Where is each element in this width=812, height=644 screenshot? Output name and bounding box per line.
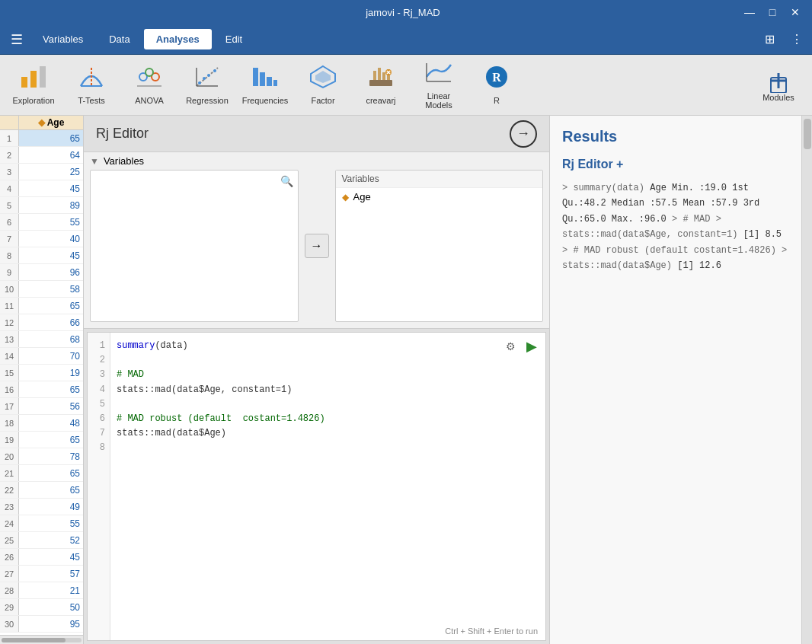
table-row[interactable]: 3 25 (0, 164, 83, 180)
table-row[interactable]: 1 65 (0, 130, 83, 147)
grid-icon-button[interactable]: ⊞ (757, 27, 782, 52)
minimize-button[interactable]: — (739, 2, 760, 23)
table-row[interactable]: 19 65 (0, 432, 83, 448)
cell-value[interactable]: 55 (19, 214, 83, 230)
table-row[interactable]: 30 95 (0, 616, 83, 633)
table-row[interactable]: 17 56 (0, 398, 83, 415)
table-row[interactable]: 28 21 (0, 582, 83, 599)
cell-value[interactable]: 65 (19, 465, 83, 481)
table-row[interactable]: 23 49 (0, 499, 83, 515)
cell-value[interactable]: 66 (19, 314, 83, 330)
menu-item-data[interactable]: Data (97, 29, 142, 49)
svg-rect-18 (267, 77, 272, 86)
close-button[interactable]: ✕ (785, 2, 806, 23)
toolbar-ttests[interactable]: T-Tests (64, 58, 119, 113)
row-number: 2 (0, 147, 19, 163)
toolbar-exploration[interactable]: Exploration (6, 58, 61, 113)
table-row[interactable]: 18 48 (0, 415, 83, 432)
table-row[interactable]: 22 65 (0, 482, 83, 499)
column-header-age[interactable]: ◆ Age (19, 116, 83, 129)
creavarj-label: creavarj (366, 96, 395, 105)
modules-button[interactable]: Modules (751, 58, 806, 113)
row-number: 5 (0, 197, 19, 213)
cell-value[interactable]: 65 (19, 298, 83, 314)
cell-value[interactable]: 21 (19, 582, 83, 598)
cell-value[interactable]: 57 (19, 566, 83, 582)
table-row[interactable]: 20 78 (0, 448, 83, 465)
cell-value[interactable]: 58 (19, 281, 83, 297)
table-row[interactable]: 14 70 (0, 348, 83, 365)
toolbar-creavarj[interactable]: creavarj (353, 58, 408, 113)
run-code-button[interactable]: ▶ (523, 337, 541, 355)
cell-value[interactable]: 56 (19, 398, 83, 414)
cell-value[interactable]: 70 (19, 348, 83, 364)
cell-value[interactable]: 55 (19, 515, 83, 531)
variable-item-age[interactable]: ◆ Age (336, 188, 543, 206)
toolbar-linear-models[interactable]: Linear Models (411, 58, 466, 113)
cell-value[interactable]: 65 (19, 130, 83, 146)
table-row[interactable]: 9 96 (0, 264, 83, 281)
code-content[interactable]: summary(data) # MAD stats::mad(data$Age,… (110, 333, 545, 640)
variables-header[interactable]: ▼ Variables (84, 152, 549, 170)
cell-value[interactable]: 25 (19, 164, 83, 180)
cell-value[interactable]: 78 (19, 448, 83, 464)
cell-value[interactable]: 95 (19, 616, 83, 632)
table-row[interactable]: 15 19 (0, 365, 83, 381)
table-row[interactable]: 5 89 (0, 197, 83, 214)
cell-value[interactable]: 48 (19, 415, 83, 431)
table-row[interactable]: 6 55 (0, 214, 83, 231)
add-variable-button[interactable]: → (305, 234, 329, 258)
cell-value[interactable]: 89 (19, 197, 83, 213)
settings-icon-button[interactable]: ⚙ (501, 337, 519, 355)
table-row[interactable]: 25 52 (0, 532, 83, 549)
search-icon[interactable]: 🔍 (280, 175, 293, 187)
results-vscrollbar[interactable] (801, 116, 812, 644)
cell-value[interactable]: 96 (19, 264, 83, 280)
cell-value[interactable]: 65 (19, 482, 83, 498)
table-row[interactable]: 26 45 (0, 549, 83, 566)
h-scroll-spreadsheet[interactable] (0, 635, 83, 644)
hamburger-menu-button[interactable]: ☰ (3, 26, 30, 53)
cell-value[interactable]: 65 (19, 432, 83, 448)
maximize-button[interactable]: □ (762, 2, 783, 23)
more-options-button[interactable]: ⋮ (785, 27, 809, 52)
toolbar-factor[interactable]: Factor (296, 58, 350, 113)
table-row[interactable]: 7 40 (0, 231, 83, 247)
row-num-header (0, 116, 19, 129)
table-row[interactable]: 24 55 (0, 515, 83, 532)
toolbar-regression[interactable]: Regression (180, 58, 235, 113)
table-row[interactable]: 16 65 (0, 381, 83, 398)
cell-value[interactable]: 52 (19, 532, 83, 548)
cell-value[interactable]: 65 (19, 381, 83, 397)
cell-value[interactable]: 40 (19, 231, 83, 247)
cell-value[interactable]: 45 (19, 180, 83, 196)
cell-value[interactable]: 50 (19, 599, 83, 615)
run-arrow-button[interactable]: → (510, 120, 537, 148)
toolbar-anova[interactable]: ANOVA (122, 58, 177, 113)
results-title: Results (562, 128, 789, 145)
cell-value[interactable]: 45 (19, 549, 83, 565)
table-row[interactable]: 13 68 (0, 331, 83, 348)
table-row[interactable]: 8 45 (0, 247, 83, 264)
menu-item-variables[interactable]: Variables (30, 29, 95, 49)
menu-item-analyses[interactable]: Analyses (144, 29, 212, 49)
cell-value[interactable]: 49 (19, 499, 83, 515)
table-row[interactable]: 10 58 (0, 281, 83, 298)
code-body[interactable]: 12345678 summary(data) # MAD stats::mad(… (88, 333, 545, 640)
menu-item-edit[interactable]: Edit (213, 29, 254, 49)
table-row[interactable]: 12 66 (0, 314, 83, 331)
table-row[interactable]: 4 45 (0, 180, 83, 197)
table-row[interactable]: 27 57 (0, 566, 83, 582)
table-row[interactable]: 11 65 (0, 298, 83, 314)
table-row[interactable]: 21 65 (0, 465, 83, 482)
cell-value[interactable]: 19 (19, 365, 83, 381)
cell-value[interactable]: 64 (19, 147, 83, 163)
toolbar-frequencies[interactable]: Frequencies (238, 58, 293, 113)
toolbar-right: Modules (751, 58, 806, 113)
toolbar-r[interactable]: R R (469, 58, 524, 113)
cell-value[interactable]: 45 (19, 247, 83, 263)
row-number: 12 (0, 314, 19, 330)
cell-value[interactable]: 68 (19, 331, 83, 347)
table-row[interactable]: 29 50 (0, 599, 83, 616)
table-row[interactable]: 2 64 (0, 147, 83, 164)
